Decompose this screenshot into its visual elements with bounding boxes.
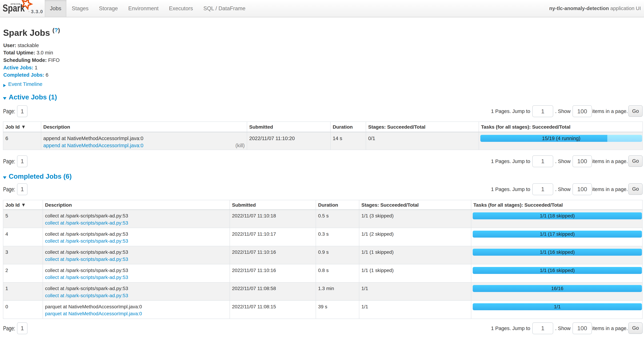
svg-text:Spark: Spark: [2, 2, 25, 13]
svg-text:™: ™: [28, 11, 30, 13]
